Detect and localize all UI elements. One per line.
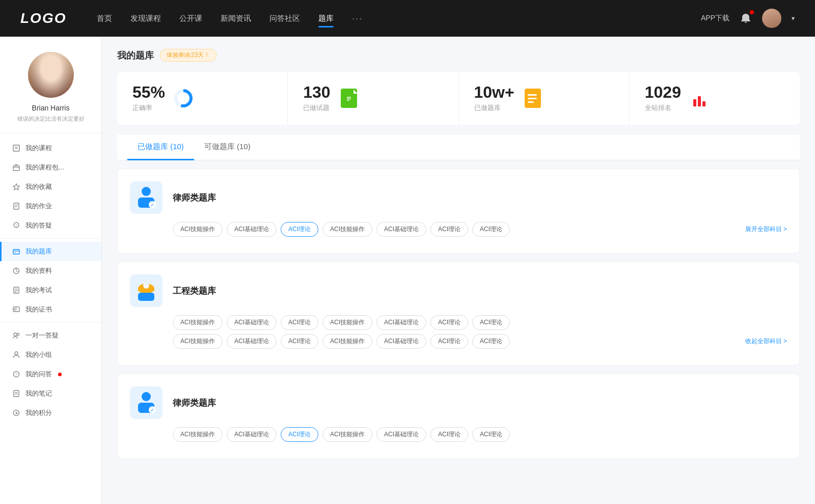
donut-visual — [174, 89, 193, 107]
app-download-link[interactable]: APP下载 — [701, 14, 729, 23]
nav-link-home[interactable]: 首页 — [97, 12, 112, 25]
donut-chart-icon — [173, 88, 194, 108]
tag-2b-3[interactable]: ACI理论 — [281, 334, 318, 349]
sidebar-item-my-data[interactable]: 我的资料 — [0, 261, 101, 281]
sidebar-item-my-bank[interactable]: 我的题库 — [0, 242, 101, 261]
list-line-2 — [528, 98, 537, 99]
tag-2b-4[interactable]: ACI技能操作 — [322, 334, 372, 349]
stat-text-done: 130 已做试题 — [303, 84, 330, 113]
sidebar-item-my-note[interactable]: 我的笔记 — [0, 384, 101, 403]
tag-2-6[interactable]: ACI理论 — [430, 315, 468, 330]
tag-3-1[interactable]: ACI技能操作 — [173, 427, 223, 442]
svg-rect-0 — [13, 145, 19, 151]
tag-2b-1[interactable]: ACI技能操作 — [173, 334, 223, 349]
tab-done-banks[interactable]: 已做题库 (10) — [127, 135, 194, 160]
notification-bell[interactable] — [740, 12, 752, 24]
sidebar-item-oneone[interactable]: 一对一答疑 — [0, 326, 101, 345]
exam-icon — [12, 286, 20, 294]
svg-rect-6 — [14, 203, 19, 209]
qbank-header-3: ✓ 律师类题库 — [130, 386, 787, 419]
qbank-card-2: 工程类题库 ACI技能操作 ACI基础理论 ACI理论 ACI技能操作 ACI基… — [117, 262, 800, 366]
tag-1-4[interactable]: ACI技能操作 — [322, 222, 372, 237]
sidebar-item-my-points[interactable]: ★ 我的积分 — [0, 403, 101, 423]
tag-2b-7[interactable]: ACI理论 — [472, 334, 510, 349]
user-avatar[interactable] — [762, 9, 781, 28]
tag-3-3[interactable]: ACI理论 — [281, 427, 318, 442]
tag-2-4[interactable]: ACI技能操作 — [322, 315, 372, 330]
svg-text:?: ? — [15, 224, 17, 228]
logo[interactable]: LOGO — [20, 10, 66, 26]
tag-2-5[interactable]: ACI基础理论 — [376, 315, 426, 330]
svg-point-20 — [14, 309, 16, 311]
main-wrapper: Brian Harris 错误的决定比没有决定要好 我的课程 我的课程包... — [0, 37, 815, 504]
trial-badge[interactable]: 体验剩余23天！ — [160, 49, 216, 62]
sidebar-item-my-question[interactable]: ? 我的问答 — [0, 365, 101, 384]
stat-value-rank: 1029 — [645, 84, 681, 100]
sidebar-profile: Brian Harris 错误的决定比没有决定要好 — [0, 52, 101, 133]
nav-link-bank[interactable]: 题库 — [318, 12, 334, 25]
nav-link-more[interactable]: ··· — [352, 12, 363, 25]
qbank-tags-row-2b: ACI技能操作 ACI基础理论 ACI理论 ACI技能操作 ACI基础理论 AC… — [130, 334, 787, 349]
svg-text:?: ? — [15, 373, 17, 376]
tag-3-4[interactable]: ACI技能操作 — [322, 427, 372, 442]
stat-label-banks: 已做题库 — [474, 103, 514, 113]
sidebar-item-my-package[interactable]: 我的课程包... — [0, 158, 101, 177]
sidebar-item-my-group[interactable]: 我的小组 — [0, 345, 101, 365]
svg-point-42 — [142, 392, 151, 401]
user-menu-chevron[interactable]: ▾ — [792, 15, 795, 22]
tag-3-5[interactable]: ACI基础理论 — [376, 427, 426, 442]
tag-2b-6[interactable]: ACI理论 — [430, 334, 468, 349]
divider-1 — [0, 238, 101, 239]
stat-done-questions: 130 已做试题 — [288, 72, 458, 125]
qbank-tags-row-3: ACI技能操作 ACI基础理论 ACI理论 ACI技能操作 ACI基础理论 AC… — [130, 427, 787, 442]
nav-link-discover[interactable]: 发现课程 — [130, 12, 161, 25]
tag-2-3[interactable]: ACI理论 — [281, 315, 318, 330]
sidebar-item-my-exam[interactable]: 我的考试 — [0, 281, 101, 300]
sidebar-item-my-collect[interactable]: 我的收藏 — [0, 177, 101, 197]
tag-1-5[interactable]: ACI基础理论 — [376, 222, 426, 237]
nav-link-qa[interactable]: 问答社区 — [269, 12, 300, 25]
homework-icon — [12, 202, 20, 210]
stat-rank: 1029 全站排名 — [630, 72, 800, 125]
qbank-card-3: ✓ 律师类题库 ACI技能操作 ACI基础理论 ACI理论 ACI技能操作 AC… — [117, 374, 800, 459]
qbank-tags-row-1: ACI技能操作 ACI基础理论 ACI理论 ACI技能操作 ACI基础理论 AC… — [130, 222, 787, 237]
sidebar-avatar[interactable] — [28, 52, 74, 98]
tag-1-3[interactable]: ACI理论 — [281, 222, 318, 237]
qbank-icon-lawyer-3: ✓ — [130, 386, 162, 419]
tag-2-2[interactable]: ACI基础理论 — [227, 315, 277, 330]
sidebar-label-my-exam: 我的考试 — [25, 286, 52, 295]
tab-available-banks[interactable]: 可做题库 (10) — [194, 135, 261, 160]
collapse-link-2[interactable]: 收起全部科目 > — [745, 337, 787, 346]
tag-3-6[interactable]: ACI理论 — [430, 427, 468, 442]
sidebar-item-my-course[interactable]: 我的课程 — [0, 138, 101, 158]
tag-2b-5[interactable]: ACI基础理论 — [376, 334, 426, 349]
tag-3-7[interactable]: ACI理论 — [472, 427, 510, 442]
stat-text-banks: 10w+ 已做题库 — [474, 84, 514, 113]
bar-1 — [693, 99, 696, 106]
qbank-tags-row-2a: ACI技能操作 ACI基础理论 ACI理论 ACI技能操作 ACI基础理论 AC… — [130, 315, 787, 330]
expand-link-1[interactable]: 展开全部科目 > — [745, 225, 787, 234]
sidebar-item-my-qa[interactable]: ? 我的答疑 — [0, 216, 101, 235]
sidebar-label-my-cert: 我的证书 — [25, 305, 52, 314]
tag-2-7[interactable]: ACI理论 — [472, 315, 510, 330]
course-icon — [12, 144, 20, 152]
nav-link-open[interactable]: 公开课 — [179, 12, 202, 25]
list-line-3 — [528, 101, 534, 103]
doc-visual — [341, 89, 357, 108]
doc-icon — [339, 88, 359, 108]
tag-2-1[interactable]: ACI技能操作 — [173, 315, 223, 330]
tag-1-7[interactable]: ACI理论 — [472, 222, 510, 237]
nav-link-news[interactable]: 新闻资讯 — [221, 12, 251, 25]
tag-1-2[interactable]: ACI基础理论 — [227, 222, 277, 237]
tag-1-6[interactable]: ACI理论 — [430, 222, 468, 237]
tag-2b-2[interactable]: ACI基础理论 — [227, 334, 277, 349]
sidebar-item-my-cert[interactable]: 我的证书 — [0, 300, 101, 319]
sidebar-label-my-homework: 我的作业 — [25, 202, 52, 211]
notification-badge — [750, 10, 754, 14]
page-header: 我的题库 体验剩余23天！ — [117, 49, 800, 62]
note-icon — [12, 389, 20, 398]
svg-rect-15 — [14, 287, 19, 293]
sidebar-item-my-homework[interactable]: 我的作业 — [0, 197, 101, 216]
tag-3-2[interactable]: ACI基础理论 — [227, 427, 277, 442]
tag-1-1[interactable]: ACI技能操作 — [173, 222, 223, 237]
